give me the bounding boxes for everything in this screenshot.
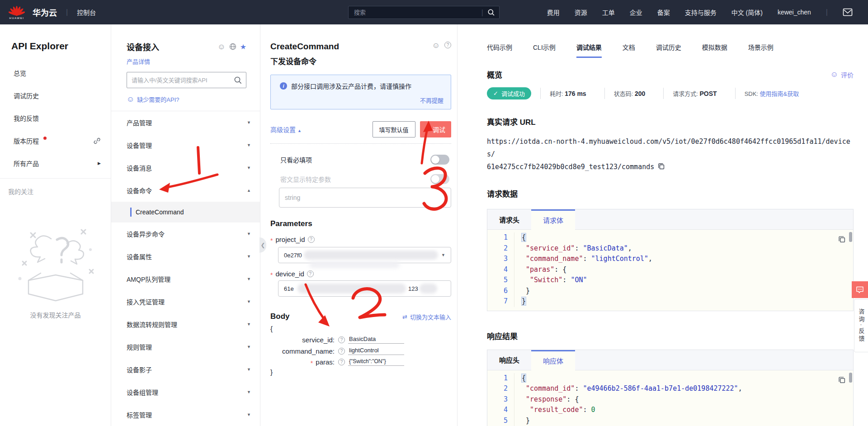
- debug-button[interactable]: ▶调试: [420, 121, 451, 137]
- sdk-guide-link[interactable]: 使用指南&获取: [760, 90, 799, 97]
- sidebar-item-3[interactable]: 版本历程: [0, 129, 111, 152]
- nav-link-billing[interactable]: 费用: [547, 8, 560, 17]
- consult-feedback-button[interactable]: [852, 281, 868, 298]
- api-group-设备管理[interactable]: 设备管理▼: [111, 134, 260, 156]
- api-feedback-smiley-icon[interactable]: ☺: [432, 42, 440, 49]
- result-tab-文档[interactable]: 文档: [623, 43, 635, 58]
- favorite-star-icon[interactable]: ★: [240, 43, 246, 51]
- string-field[interactable]: string: [279, 188, 451, 208]
- result-tab-调试历史[interactable]: 调试历史: [656, 43, 681, 58]
- missing-api-link[interactable]: ☺ 缺少需要的API?: [127, 95, 246, 104]
- panel-collapse-handle[interactable]: ❮: [259, 237, 266, 253]
- link-icon[interactable]: [93, 137, 101, 145]
- response-tab-响应体[interactable]: 响应体: [531, 350, 575, 370]
- messages-icon[interactable]: [843, 8, 853, 16]
- request-body-code[interactable]: 1{2 "service_id": "BasicData",3 "command…: [487, 230, 853, 311]
- field-help-icon[interactable]: ?: [338, 359, 345, 365]
- api-help-icon[interactable]: ?: [444, 42, 451, 48]
- chevron-down-icon: ▼: [247, 120, 251, 125]
- sidebar-item-0[interactable]: 总览: [0, 62, 111, 84]
- consult-feedback-strip[interactable]: 咨询·反馈: [854, 299, 868, 352]
- api-item-CreateCommand[interactable]: CreateCommand: [111, 202, 260, 222]
- console-link[interactable]: 控制台: [77, 8, 96, 17]
- device-id-help-icon[interactable]: ?: [307, 270, 314, 277]
- swap-icon: ⇄: [402, 313, 407, 320]
- response-tab-响应头[interactable]: 响应头: [487, 350, 531, 370]
- result-tab-代码示例[interactable]: 代码示例: [487, 43, 512, 58]
- api-group-设备影子[interactable]: 设备影子▼: [111, 358, 260, 381]
- result-tab-模拟数据[interactable]: 模拟数据: [702, 43, 727, 58]
- field-help-icon[interactable]: ?: [338, 348, 345, 355]
- brand-name[interactable]: 华为云: [33, 6, 57, 18]
- dropdown-caret-icon[interactable]: ▼: [441, 253, 445, 257]
- advanced-settings-link[interactable]: 高级设置 ▲: [270, 125, 373, 134]
- redaction-blur: [420, 284, 437, 293]
- product-detail-link[interactable]: 产品详情: [127, 57, 150, 66]
- copy-url-icon[interactable]: [658, 163, 665, 170]
- api-group-设备异步命令[interactable]: 设备异步命令▼: [111, 222, 260, 245]
- nav-link-tickets[interactable]: 工单: [602, 8, 615, 17]
- api-group-设备属性[interactable]: 设备属性▼: [111, 245, 260, 268]
- chevron-down-icon: ▼: [247, 277, 251, 281]
- request-scrollbar-thumb[interactable]: [849, 232, 852, 242]
- rate-link[interactable]: ☺评价: [830, 70, 854, 79]
- api-group-规则管理[interactable]: 规则管理▼: [111, 336, 260, 358]
- api-group-设备消息[interactable]: 设备消息▼: [111, 156, 260, 179]
- nav-link-icp[interactable]: 备案: [657, 8, 670, 17]
- top-navbar: HUAWEI 华为云 | 控制台 | 费用 资源 工单 企业 备案 支持与服务 …: [0, 0, 868, 24]
- result-tab-调试结果[interactable]: 调试结果: [576, 43, 602, 58]
- nav-link-enterprise[interactable]: 企业: [630, 8, 642, 17]
- feedback-smiley-icon[interactable]: ☺: [217, 43, 225, 51]
- nav-link-language[interactable]: 中文 (简体): [731, 8, 763, 17]
- fill-defaults-button[interactable]: 填写默认值: [373, 121, 415, 137]
- result-tab-场景示例[interactable]: 场景示例: [748, 43, 774, 58]
- mask-params-toggle[interactable]: [430, 174, 449, 184]
- region-globe-icon[interactable]: [229, 43, 236, 50]
- sidebar-item-1[interactable]: 调试历史: [0, 84, 111, 107]
- project-id-input[interactable]: 0e27f0 ▼: [278, 247, 451, 263]
- device-id-label: device_id: [275, 270, 304, 278]
- dismiss-notice-link[interactable]: 不再提醒: [280, 96, 443, 104]
- api-group-产品管理[interactable]: 产品管理▼: [111, 111, 260, 134]
- field-help-icon[interactable]: ?: [338, 336, 345, 343]
- field-value-input[interactable]: lightControl: [348, 347, 404, 355]
- sidebar-item-2[interactable]: 我的反馈: [0, 107, 111, 129]
- api-group-AMQP队列管理[interactable]: AMQP队列管理▼: [111, 268, 260, 290]
- status-row: ✓调试成功 耗时: 176 ms 状态码: 200 请求方式: POST SDK…: [487, 87, 854, 99]
- project-id-help-icon[interactable]: ?: [308, 236, 315, 243]
- sidebar-item-4[interactable]: 所有产品▶: [0, 152, 111, 175]
- search-icon[interactable]: [483, 9, 499, 16]
- chevron-down-icon: ▼: [247, 412, 251, 417]
- billing-notice-box: i 部分接口调用涉及云产品计费，请谨慎操作 不再提醒: [270, 75, 451, 109]
- switch-text-input-link[interactable]: ⇄ 切换为文本输入: [402, 312, 451, 321]
- chevron-up-icon: ▲: [247, 188, 251, 193]
- chevron-down-icon: ▼: [247, 232, 251, 236]
- nav-link-support[interactable]: 支持与服务: [685, 8, 717, 17]
- api-group-设备命令[interactable]: 设备命令▲: [111, 179, 260, 202]
- result-tab-CLI示例[interactable]: CLI示例: [533, 43, 556, 58]
- global-search[interactable]: |: [348, 6, 500, 19]
- api-search-box[interactable]: [127, 72, 246, 88]
- api-group-接入凭证管理[interactable]: 接入凭证管理▼: [111, 290, 260, 313]
- huawei-logo-icon[interactable]: HUAWEI: [7, 5, 26, 19]
- api-search-icon[interactable]: [230, 76, 246, 84]
- response-scrollbar-thumb[interactable]: [849, 373, 852, 383]
- request-tab-请求体[interactable]: 请求体: [531, 209, 575, 230]
- api-list-panel: 设备接入 ☺ ★ 产品详情 ☺ 缺少需要的API? 产品管理▼设备管理▼设备消息…: [111, 24, 260, 426]
- nav-link-account[interactable]: kewei_chen: [778, 9, 811, 16]
- required-only-toggle[interactable]: [430, 155, 449, 165]
- api-group-数据流转规则管理[interactable]: 数据流转规则管理▼: [111, 313, 260, 336]
- api-group-标签管理[interactable]: 标签管理▼: [111, 403, 260, 426]
- api-group-设备组管理[interactable]: 设备组管理▼: [111, 381, 260, 403]
- chevron-down-icon: ▼: [247, 390, 251, 394]
- copy-response-icon[interactable]: [838, 376, 846, 386]
- request-tab-请求头[interactable]: 请求头: [487, 209, 531, 229]
- nav-link-resources[interactable]: 资源: [575, 8, 587, 17]
- field-value-input[interactable]: {"Switch":"ON"}: [348, 358, 404, 366]
- api-search-input[interactable]: [127, 77, 230, 84]
- device-id-input[interactable]: 61e 123: [278, 280, 451, 297]
- copy-request-icon[interactable]: [838, 236, 846, 245]
- field-value-input[interactable]: BasicData: [348, 336, 404, 344]
- global-search-input[interactable]: [349, 9, 481, 16]
- response-body-code[interactable]: 1{2 "command_id": "e49466b2-586f-4aa1-b7…: [487, 370, 853, 426]
